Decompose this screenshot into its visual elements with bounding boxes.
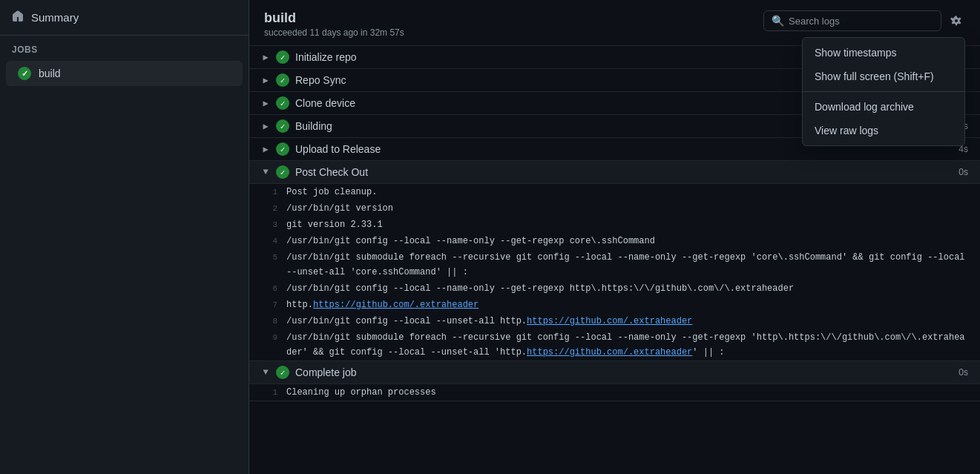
line-number: 4	[249, 234, 286, 248]
line-content: /usr/bin/git config --local --name-only …	[286, 281, 794, 296]
search-box[interactable]: 🔍	[763, 10, 941, 31]
job-subtitle: succeeded 11 days ago in 32m 57s	[264, 27, 404, 38]
line-content: Cleaning up orphan processes	[286, 385, 436, 400]
sidebar-job-build-label: build	[39, 68, 61, 79]
step-name: Complete job	[295, 366, 953, 378]
log-line: 5 /usr/bin/git submodule foreach --recur…	[249, 249, 980, 280]
line-number: 3	[249, 217, 286, 232]
line-content: /usr/bin/git submodule foreach --recursi…	[286, 250, 968, 280]
log-line: 3 git version 2.33.1	[249, 217, 980, 233]
step-status-icon	[276, 96, 289, 110]
sidebar: Summary Jobs build	[0, 0, 249, 474]
line-content: /usr/bin/git config --local --unset-all …	[286, 314, 692, 329]
log-line: 4 /usr/bin/git config --local --name-onl…	[249, 233, 980, 249]
chevron-right-icon: ▶	[261, 144, 270, 155]
main-content: build succeeded 11 days ago in 32m 57s 🔍…	[249, 0, 980, 474]
step-complete-job[interactable]: ▼ Complete job 0s	[249, 361, 980, 384]
step-status-icon	[276, 73, 289, 87]
step-status-icon	[276, 119, 289, 133]
step-post-check-out[interactable]: ▼ Post Check Out 0s	[249, 161, 980, 184]
line-number: 8	[249, 314, 286, 329]
sidebar-jobs-label: Jobs	[0, 36, 249, 59]
view-raw-logs-button[interactable]: View raw logs	[803, 119, 964, 142]
log-block-complete-job: 1 Cleaning up orphan processes	[249, 384, 980, 401]
search-input[interactable]	[789, 16, 933, 27]
step-status-icon	[276, 50, 289, 64]
sidebar-job-build[interactable]: build	[6, 61, 243, 86]
step-status-icon	[276, 142, 289, 156]
line-content: /usr/bin/git config --local --name-only …	[286, 234, 655, 248]
chevron-right-icon: ▶	[261, 121, 270, 132]
log-line: 8 /usr/bin/git config --local --unset-al…	[249, 313, 980, 329]
sidebar-summary-label: Summary	[31, 11, 79, 24]
line-content: /usr/bin/git submodule foreach --recursi…	[286, 330, 968, 360]
main-header: build succeeded 11 days ago in 32m 57s 🔍…	[249, 0, 980, 46]
log-line: 1 Post job cleanup.	[249, 184, 980, 200]
step-status-icon	[276, 165, 289, 179]
log-line: 9 /usr/bin/git submodule foreach --recur…	[249, 329, 980, 361]
line-content: http.https://github.com/.extraheader	[286, 297, 479, 312]
chevron-down-icon: ▼	[261, 367, 270, 378]
log-block-post-check-out: 1 Post job cleanup. 2 /usr/bin/git versi…	[249, 184, 980, 361]
settings-button[interactable]	[947, 12, 965, 30]
home-icon	[12, 10, 24, 24]
chevron-right-icon: ▶	[261, 98, 270, 109]
log-line: 6 /usr/bin/git config --local --name-onl…	[249, 280, 980, 297]
line-number: 5	[249, 250, 286, 265]
search-icon: 🔍	[772, 15, 784, 27]
chevron-right-icon: ▶	[261, 52, 270, 63]
show-fullscreen-button[interactable]: Show full screen (Shift+F)	[803, 65, 964, 88]
header-right: 🔍 Show timestamps Show full screen (Shif…	[763, 10, 965, 31]
chevron-right-icon: ▶	[261, 75, 270, 86]
dropdown-menu: Show timestamps Show full screen (Shift+…	[802, 37, 965, 146]
download-log-button[interactable]: Download log archive	[803, 95, 964, 119]
line-number: 9	[249, 330, 286, 345]
step-time: 0s	[958, 167, 968, 177]
line-content: /usr/bin/git version	[286, 201, 393, 216]
dropdown-section-1: Show timestamps Show full screen (Shift+…	[803, 38, 964, 92]
line-content: git version 2.33.1	[286, 217, 383, 232]
dropdown-section-2: Download log archive View raw logs	[803, 92, 964, 145]
line-number: 2	[249, 201, 286, 216]
line-content: Post job cleanup.	[286, 185, 377, 200]
header-left: build succeeded 11 days ago in 32m 57s	[264, 10, 404, 38]
line-number: 1	[249, 385, 286, 400]
line-number: 7	[249, 297, 286, 312]
line-number: 1	[249, 185, 286, 200]
log-line: 7 http.https://github.com/.extraheader	[249, 297, 980, 313]
build-status-icon	[18, 67, 31, 80]
step-name: Post Check Out	[295, 166, 953, 178]
sidebar-summary[interactable]: Summary	[0, 0, 249, 36]
step-status-icon	[276, 366, 289, 379]
chevron-down-icon: ▼	[261, 167, 270, 177]
show-timestamps-button[interactable]: Show timestamps	[803, 41, 964, 65]
log-line: 1 Cleaning up orphan processes	[249, 384, 980, 401]
line-number: 6	[249, 281, 286, 296]
job-title: build	[264, 10, 404, 26]
log-line: 2 /usr/bin/git version	[249, 200, 980, 217]
step-time: 0s	[958, 367, 968, 378]
